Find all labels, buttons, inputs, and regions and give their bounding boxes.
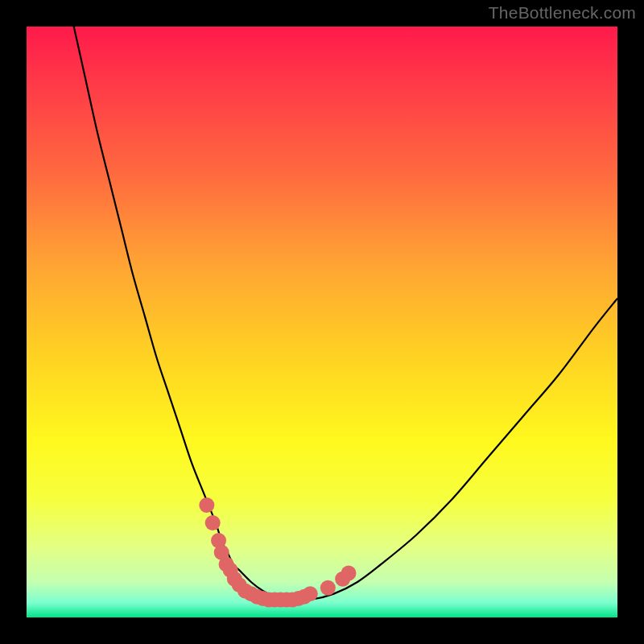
chart-frame: TheBottleneck.com bbox=[0, 0, 644, 644]
gradient-background bbox=[27, 27, 617, 617]
trough-marker bbox=[199, 497, 214, 513]
trough-marker bbox=[303, 586, 318, 601]
trough-marker bbox=[320, 580, 336, 596]
trough-marker bbox=[205, 515, 221, 530]
trough-marker bbox=[341, 565, 357, 580]
plot-area bbox=[27, 27, 617, 617]
watermark-text: TheBottleneck.com bbox=[489, 3, 636, 23]
chart-svg bbox=[27, 27, 617, 617]
